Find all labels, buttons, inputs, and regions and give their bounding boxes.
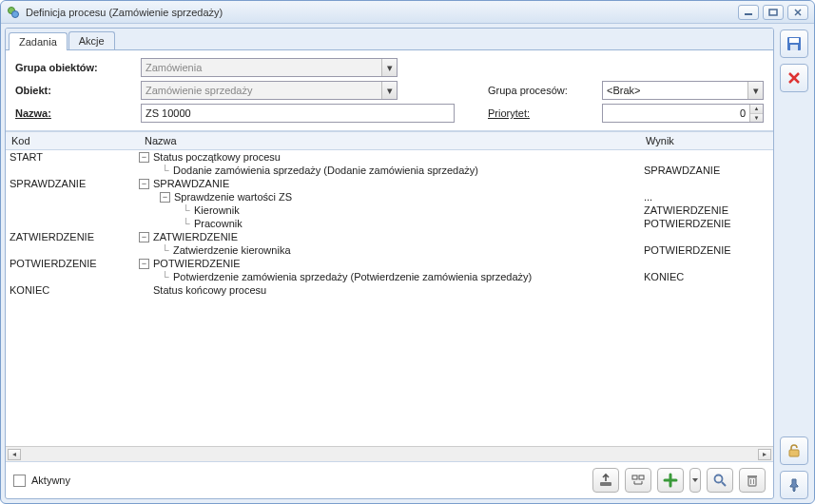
- obiekt-value: Zamówienie sprzedaży: [146, 85, 253, 96]
- tree-row[interactable]: −Sprawdzenie wartości ZS...: [6, 190, 773, 204]
- tree-header: Kod Nazwa Wynik: [6, 131, 773, 150]
- aktywny-checkbox[interactable]: Aktywny: [13, 475, 70, 487]
- chevron-down-icon: ▾: [747, 82, 763, 99]
- tree-node-label: POTWIERDZENIE: [153, 258, 241, 269]
- grupa-obiektow-value: Zamówienia: [146, 62, 202, 73]
- tree-row[interactable]: └KierownikZATWIERDZENIE: [6, 204, 773, 217]
- tree-body[interactable]: START−Status początkowy procesu└Dodanie …: [6, 150, 773, 446]
- tree-node-label: Dodanie zamówienia sprzedaży (Dodanie za…: [173, 165, 478, 176]
- tree-row[interactable]: SPRAWDZANIE−SPRAWDZANIE: [6, 177, 773, 190]
- col-kod-header[interactable]: Kod: [6, 132, 139, 149]
- chevron-down-icon: ▾: [381, 59, 397, 76]
- tree-row[interactable]: ZATWIERDZENIE−ZATWIERDZENIE: [6, 230, 773, 243]
- maximize-button[interactable]: [763, 5, 784, 20]
- tree-cell-kod: ZATWIERDZENIE: [6, 231, 139, 242]
- nazwa-label: Nazwa:: [15, 107, 131, 119]
- tree-cell-kod: [6, 165, 139, 176]
- tree-cell-kod: POTWIERDZENIE: [6, 258, 139, 269]
- tree-cell-wynik: KONIEC: [640, 271, 773, 282]
- tree-elbow-icon: └: [160, 165, 171, 176]
- expander-icon[interactable]: −: [139, 179, 149, 189]
- expander-icon[interactable]: −: [139, 259, 149, 269]
- tree-node-label: Kierownik: [194, 204, 240, 216]
- svg-line-10: [722, 482, 726, 486]
- grupa-obiektow-label: Grupa obiektów:: [15, 62, 131, 73]
- grupa-obiektow-combo[interactable]: Zamówienia ▾: [141, 58, 398, 77]
- tab-zadania[interactable]: Zadania: [9, 32, 68, 50]
- expander-icon[interactable]: −: [139, 232, 149, 242]
- scroll-right-button[interactable]: ▸: [758, 449, 771, 460]
- tree-row[interactable]: └PracownikPOTWIERDZENIE: [6, 217, 773, 230]
- nazwa-value: ZS 10000: [146, 107, 191, 119]
- window-title: Definicja procesu (Zamówienie sprzedaży): [26, 7, 734, 18]
- tree-elbow-icon: └: [160, 244, 171, 256]
- svg-rect-11: [748, 477, 756, 486]
- tree-row[interactable]: └Dodanie zamówienia sprzedaży (Dodanie z…: [6, 164, 773, 177]
- tree-cell-nazwa: └Kierownik: [139, 204, 640, 216]
- tree-cell-nazwa: └Zatwierdzenie kierownika: [139, 244, 640, 256]
- grupa-procesow-combo[interactable]: <Brak> ▾: [602, 81, 764, 100]
- tree-cell-nazwa: └Pracownik: [139, 218, 640, 229]
- tree-cell-kod: [6, 204, 139, 216]
- tree-node-label: Status końcowy procesu: [153, 284, 266, 296]
- tree-cell-wynik: ...: [640, 191, 773, 203]
- scroll-left-button[interactable]: ◂: [8, 449, 21, 460]
- priorytet-spinner[interactable]: ▲▼: [749, 105, 763, 122]
- export-button[interactable]: [592, 468, 619, 493]
- tree-cell-nazwa: └Dodanie zamówienia sprzedaży (Dodanie z…: [139, 165, 640, 176]
- close-button[interactable]: [787, 5, 808, 20]
- lock-button[interactable]: [780, 436, 808, 465]
- tree-node-label: ZATWIERDZENIE: [153, 231, 238, 242]
- search-button[interactable]: [707, 468, 733, 493]
- obiekt-combo[interactable]: Zamówienie sprzedaży ▾: [141, 81, 398, 100]
- save-button[interactable]: [780, 29, 808, 58]
- tree-node-label: Sprawdzenie wartości ZS: [174, 191, 292, 203]
- tree-cell-wynik: [640, 178, 773, 189]
- expander-icon[interactable]: −: [160, 192, 170, 203]
- svg-rect-8: [639, 475, 644, 479]
- tree-row[interactable]: └Potwierdzenie zamówienia sprzedaży (Pot…: [6, 270, 773, 283]
- tree-node-label: Zatwierdzenie kierownika: [173, 244, 291, 256]
- col-wynik-header[interactable]: Wynik: [640, 132, 773, 149]
- tree-row[interactable]: KONIECStatus końcowy procesu: [6, 283, 773, 297]
- tree-elbow-icon: └: [160, 271, 171, 282]
- form-area: Grupa obiektów: Zamówienia ▾ Obiekt: Zam…: [6, 50, 773, 131]
- priorytet-input[interactable]: 0 ▲▼: [602, 104, 764, 123]
- svg-rect-17: [790, 45, 798, 50]
- add-dropdown-button[interactable]: [689, 468, 701, 493]
- tree-row[interactable]: └Zatwierdzenie kierownikaPOTWIERDZENIE: [6, 243, 773, 257]
- cancel-button[interactable]: [780, 64, 808, 92]
- grupa-procesow-label: Grupa procesów:: [488, 85, 592, 96]
- tree-row[interactable]: START−Status początkowy procesu: [6, 150, 773, 164]
- svg-rect-6: [600, 482, 611, 486]
- tree-cell-nazwa: Status końcowy procesu: [139, 284, 640, 296]
- expander-icon[interactable]: −: [139, 152, 149, 163]
- titlebar: Definicja procesu (Zamówienie sprzedaży): [1, 1, 814, 24]
- horizontal-scrollbar[interactable]: ◂ ▸: [6, 446, 773, 461]
- tree-row[interactable]: POTWIERDZENIE−POTWIERDZENIE: [6, 257, 773, 270]
- tree-cell-nazwa: └Potwierdzenie zamówienia sprzedaży (Pot…: [139, 271, 640, 282]
- tree-node-label: Status początkowy procesu: [153, 151, 281, 163]
- expand-button[interactable]: [625, 468, 651, 493]
- add-button[interactable]: [657, 468, 684, 493]
- col-nazwa-header[interactable]: Nazwa: [139, 132, 640, 149]
- aktywny-label: Aktywny: [31, 475, 70, 486]
- chevron-down-icon: ▾: [381, 82, 397, 99]
- tab-akcje[interactable]: Akcje: [68, 31, 115, 49]
- obiekt-label: Obiekt:: [15, 85, 131, 96]
- svg-point-9: [715, 475, 723, 483]
- tree-cell-wynik: [640, 231, 773, 242]
- delete-button[interactable]: [739, 468, 766, 493]
- pin-button[interactable]: [780, 471, 808, 499]
- tree-cell-kod: START: [6, 151, 139, 163]
- tree-cell-kod: SPRAWDZANIE: [6, 178, 139, 189]
- checkbox-icon: [13, 475, 26, 487]
- tree-cell-wynik: SPRAWDZANIE: [640, 165, 773, 176]
- tree-node-label: Pracownik: [194, 218, 243, 229]
- tab-bar: Zadania Akcje: [6, 29, 773, 50]
- minimize-button[interactable]: [738, 5, 759, 20]
- svg-rect-3: [769, 10, 777, 15]
- sidebar: [778, 28, 810, 499]
- nazwa-input[interactable]: ZS 10000: [141, 104, 455, 123]
- tree-cell-nazwa: −SPRAWDZANIE: [139, 178, 640, 189]
